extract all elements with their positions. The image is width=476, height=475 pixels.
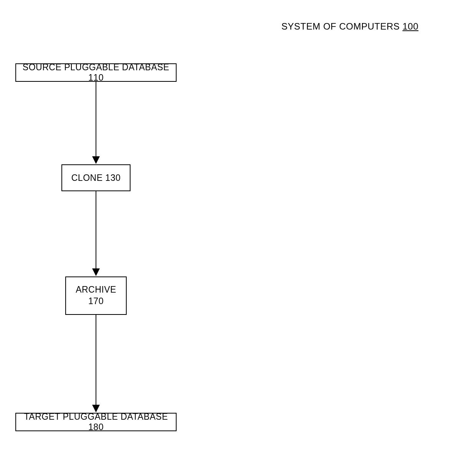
clone-box: CLONE 130 (61, 164, 131, 191)
arrow-source-to-clone (96, 82, 96, 163)
arrow-archive-to-target (96, 315, 96, 412)
target-label: TARGET PLUGGABLE DATABASE 180 (20, 412, 172, 432)
source-label: SOURCE PLUGGABLE DATABASE 110 (20, 62, 172, 83)
title-number: 100 (402, 21, 418, 31)
source-pluggable-database-box: SOURCE PLUGGABLE DATABASE 110 (15, 63, 177, 82)
target-pluggable-database-box: TARGET PLUGGABLE DATABASE 180 (15, 413, 177, 431)
archive-box: ARCHIVE 170 (65, 276, 127, 315)
archive-number: 170 (88, 296, 104, 307)
archive-label: ARCHIVE (76, 284, 116, 296)
title-text: SYSTEM OF COMPUTERS (281, 21, 400, 31)
arrow-clone-to-archive (96, 191, 96, 275)
clone-label: CLONE 130 (71, 173, 121, 183)
diagram-title: SYSTEM OF COMPUTERS 100 (281, 21, 418, 32)
